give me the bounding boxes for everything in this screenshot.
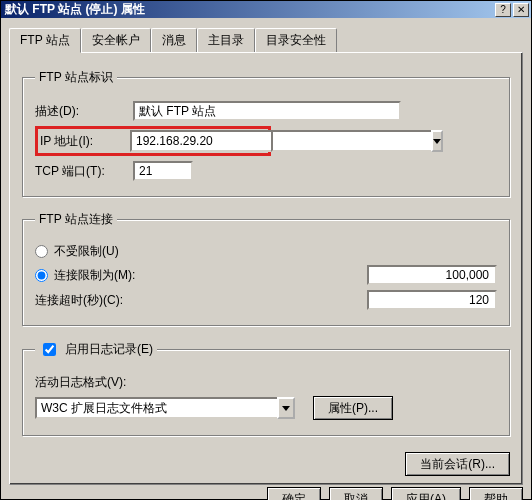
dialog-button-row: 确定 取消 应用(A) 帮助: [9, 487, 523, 500]
description-input[interactable]: [133, 101, 401, 121]
tab-home-dir[interactable]: 主目录: [197, 28, 255, 52]
tab-security[interactable]: 安全帐户: [81, 28, 151, 52]
ip-address-extra[interactable]: [271, 130, 431, 152]
tab-messages[interactable]: 消息: [151, 28, 197, 52]
tab-ftp-site[interactable]: FTP 站点: [9, 28, 81, 53]
group-logging: 启用日志记录(E) 活动日志格式(V): 属性(P)...: [22, 340, 510, 436]
help-icon[interactable]: ?: [495, 3, 511, 17]
ok-button[interactable]: 确定: [267, 487, 321, 500]
log-properties-button[interactable]: 属性(P)...: [313, 396, 393, 420]
group-identity: FTP 站点标识 描述(D): IP 地址(I):: [22, 69, 510, 197]
log-format-combo[interactable]: [35, 397, 295, 419]
log-format-dropdown-button[interactable]: [277, 397, 295, 419]
tcp-port-input[interactable]: [133, 161, 193, 181]
group-identity-legend: FTP 站点标识: [35, 69, 117, 86]
cancel-button[interactable]: 取消: [329, 487, 383, 500]
log-format-label: 活动日志格式(V):: [35, 374, 126, 391]
checkbox-enable-logging[interactable]: 启用日志记录(E): [39, 340, 153, 359]
ip-label: IP 地址(I):: [40, 133, 130, 150]
window-title: 默认 FTP 站点 (停止) 属性: [5, 1, 495, 18]
port-label: TCP 端口(T):: [35, 163, 133, 180]
timeout-input[interactable]: [367, 290, 497, 310]
apply-button[interactable]: 应用(A): [391, 487, 461, 500]
description-label: 描述(D):: [35, 103, 133, 120]
timeout-label: 连接超时(秒)(C):: [35, 292, 367, 309]
group-connection-legend: FTP 站点连接: [35, 211, 117, 228]
connection-limit-input[interactable]: [367, 265, 497, 285]
tab-dir-security[interactable]: 目录安全性: [255, 28, 337, 52]
help-button[interactable]: 帮助: [469, 487, 523, 500]
group-connection: FTP 站点连接 不受限制(U) 连接限制为(M): 连接超时(秒)(C):: [22, 211, 510, 326]
ip-address-input[interactable]: [130, 130, 290, 152]
close-icon[interactable]: ✕: [513, 3, 529, 17]
tab-panel: FTP 站点标识 描述(D): IP 地址(I):: [9, 52, 523, 485]
current-sessions-button[interactable]: 当前会话(R)...: [405, 452, 510, 476]
titlebar[interactable]: 默认 FTP 站点 (停止) 属性 ? ✕: [1, 1, 531, 18]
tab-bar: FTP 站点 安全帐户 消息 主目录 目录安全性: [9, 26, 523, 52]
radio-unlimited[interactable]: 不受限制(U): [35, 243, 119, 260]
properties-dialog: 默认 FTP 站点 (停止) 属性 ? ✕ FTP 站点 安全帐户 消息 主目录…: [0, 0, 532, 500]
ip-dropdown-button[interactable]: [431, 130, 443, 152]
radio-limited[interactable]: 连接限制为(M):: [35, 267, 367, 284]
